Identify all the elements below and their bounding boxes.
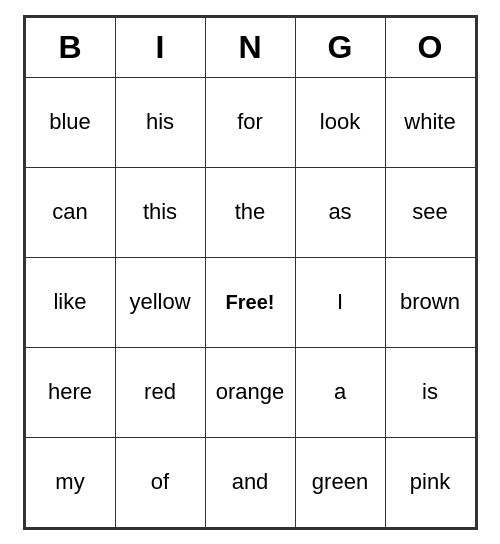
cell-r4-c3: green [295, 437, 385, 527]
cell-r1-c2: the [205, 167, 295, 257]
table-row: canthistheassee [25, 167, 475, 257]
cell-r2-c3: I [295, 257, 385, 347]
col-o: O [385, 17, 475, 77]
table-row: likeyellowFree!Ibrown [25, 257, 475, 347]
bingo-card: B I N G O bluehisforlookwhitecanthisthea… [23, 15, 478, 530]
cell-r1-c3: as [295, 167, 385, 257]
cell-r2-c2: Free! [205, 257, 295, 347]
cell-r0-c0: blue [25, 77, 115, 167]
cell-r4-c2: and [205, 437, 295, 527]
cell-r0-c3: look [295, 77, 385, 167]
table-row: bluehisforlookwhite [25, 77, 475, 167]
cell-r4-c1: of [115, 437, 205, 527]
col-g: G [295, 17, 385, 77]
cell-r2-c4: brown [385, 257, 475, 347]
cell-r0-c1: his [115, 77, 205, 167]
cell-r4-c4: pink [385, 437, 475, 527]
cell-r1-c4: see [385, 167, 475, 257]
table-row: myofandgreenpink [25, 437, 475, 527]
header-row: B I N G O [25, 17, 475, 77]
cell-r0-c2: for [205, 77, 295, 167]
cell-r3-c1: red [115, 347, 205, 437]
col-i: I [115, 17, 205, 77]
cell-r1-c1: this [115, 167, 205, 257]
col-n: N [205, 17, 295, 77]
cell-r3-c2: orange [205, 347, 295, 437]
cell-r2-c1: yellow [115, 257, 205, 347]
cell-r4-c0: my [25, 437, 115, 527]
cell-r1-c0: can [25, 167, 115, 257]
cell-r0-c4: white [385, 77, 475, 167]
cell-r2-c0: like [25, 257, 115, 347]
col-b: B [25, 17, 115, 77]
cell-r3-c0: here [25, 347, 115, 437]
table-row: hereredorangeais [25, 347, 475, 437]
cell-r3-c3: a [295, 347, 385, 437]
cell-r3-c4: is [385, 347, 475, 437]
